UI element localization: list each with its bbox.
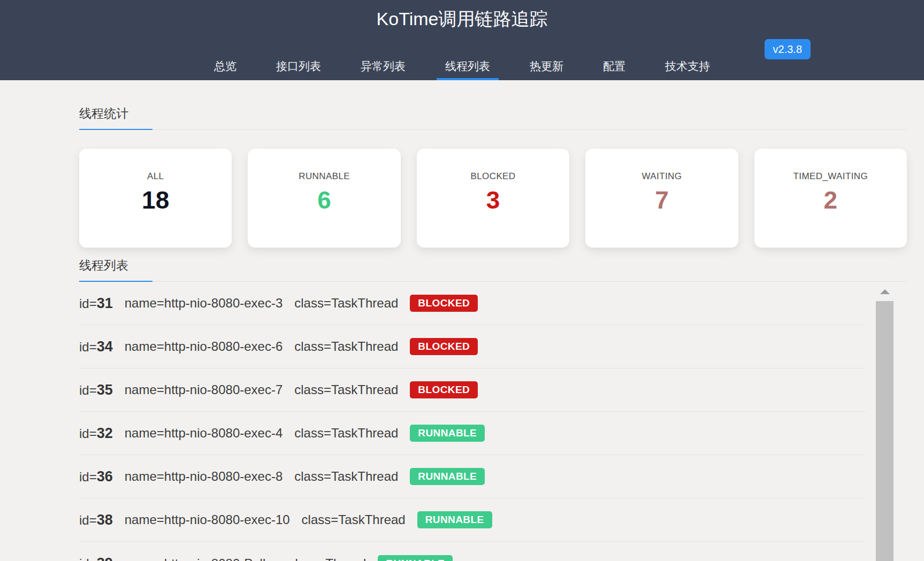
thread-state-badge: RUNNABLE	[378, 555, 453, 561]
stat-card-value: 3	[486, 186, 500, 214]
thread-name: name=http-nio-8080-exec-10	[125, 512, 290, 527]
stat-card-label: WAITING	[642, 171, 682, 182]
stat-card-all: ALL18	[79, 149, 232, 248]
thread-row: id=35name=http-nio-8080-exec-7class=Task…	[79, 368, 866, 412]
thread-id: id=39	[79, 555, 113, 561]
thread-class: class=TaskThread	[294, 296, 398, 311]
thread-row: id=38name=http-nio-8080-exec-10class=Tas…	[79, 498, 866, 542]
thread-state-badge: RUNNABLE	[417, 511, 492, 528]
app-header: KoTime调用链路追踪 总览接口列表异常列表线程列表热更新配置技术支持 v2.…	[0, 0, 924, 80]
thread-name: name=http-nio-8080-exec-3	[125, 296, 283, 311]
thread-id: id=31	[79, 295, 113, 312]
thread-name: name=http-nio-8080-exec-7	[125, 382, 283, 397]
thread-class: class=TaskThread	[294, 382, 398, 397]
thread-list: id=31name=http-nio-8080-exec-3class=Task…	[79, 282, 907, 561]
nav-item-hot-update[interactable]: 热更新	[521, 55, 572, 80]
stat-cards: ALL18RUNNABLE6BLOCKED3WAITING7TIMED_WAIT…	[79, 149, 907, 248]
nav-item-thread-list[interactable]: 线程列表	[437, 55, 499, 80]
thread-name: name=http-nio-8080-exec-8	[125, 469, 283, 484]
thread-id: id=38	[79, 512, 113, 528]
thread-state-badge: RUNNABLE	[410, 425, 485, 442]
thread-name: name=http-nio-8080-Poller	[125, 556, 277, 561]
nav-item-overview[interactable]: 总览	[205, 55, 245, 80]
stat-card-label: ALL	[147, 171, 164, 182]
thread-row: id=34name=http-nio-8080-exec-6class=Task…	[79, 325, 866, 368]
chevron-up-icon	[880, 289, 890, 294]
stats-section-title: 线程统计	[79, 105, 152, 130]
stats-section-header: 线程统计	[79, 105, 907, 130]
thread-class: class=TaskThread	[302, 512, 406, 527]
stat-card-label: BLOCKED	[470, 171, 515, 182]
nav-item-api-list[interactable]: 接口列表	[268, 55, 330, 80]
page-title: KoTime调用链路追踪	[0, 0, 924, 31]
thread-name: name=http-nio-8080-exec-4	[125, 426, 283, 441]
stat-card-label: TIMED_WAITING	[793, 171, 868, 182]
threads-section-title: 线程列表	[79, 257, 152, 282]
thread-id: id=34	[79, 339, 113, 355]
thread-row: id=36name=http-nio-8080-exec-8class=Task…	[79, 455, 866, 498]
stat-card-blocked: BLOCKED3	[417, 149, 569, 248]
thread-row: id=39name=http-nio-8080-Pollerclass=Thre…	[79, 542, 866, 561]
thread-id: id=35	[79, 382, 113, 398]
thread-class: class=TaskThread	[294, 339, 398, 354]
nav-item-config[interactable]: 配置	[594, 55, 634, 80]
thread-row: id=32name=http-nio-8080-exec-4class=Task…	[79, 412, 866, 455]
scrollbar-up-button[interactable]	[876, 282, 894, 301]
thread-state-badge: BLOCKED	[410, 338, 478, 355]
stat-card-timed-waiting: TIMED_WAITING2	[754, 149, 907, 248]
thread-state-badge: RUNNABLE	[410, 468, 485, 485]
thread-row: id=31name=http-nio-8080-exec-3class=Task…	[79, 282, 866, 325]
main-content: 线程统计 ALL18RUNNABLE6BLOCKED3WAITING7TIMED…	[0, 105, 924, 561]
thread-state-badge: BLOCKED	[410, 381, 478, 398]
thread-id: id=36	[79, 468, 113, 485]
thread-rows: id=31name=http-nio-8080-exec-3class=Task…	[79, 282, 907, 561]
version-badge: v2.3.8	[765, 39, 811, 59]
thread-class: class=TaskThread	[294, 426, 398, 441]
stat-card-value: 18	[142, 186, 169, 214]
thread-name: name=http-nio-8080-exec-6	[125, 339, 283, 354]
thread-class: class=Thread	[289, 556, 366, 561]
stat-card-label: RUNNABLE	[299, 171, 350, 182]
stat-card-runnable: RUNNABLE6	[248, 149, 400, 248]
scrollbar-thumb[interactable]	[876, 301, 894, 561]
stat-card-waiting: WAITING7	[585, 149, 738, 248]
nav-item-exception-list[interactable]: 异常列表	[352, 55, 414, 80]
thread-id: id=32	[79, 425, 113, 442]
nav-item-support[interactable]: 技术支持	[656, 55, 719, 80]
stat-card-value: 6	[317, 186, 331, 214]
thread-state-badge: BLOCKED	[410, 295, 478, 312]
stat-card-value: 2	[824, 186, 838, 214]
thread-class: class=TaskThread	[294, 469, 398, 484]
scrollbar[interactable]	[876, 282, 894, 561]
threads-section-header: 线程列表	[79, 257, 907, 282]
stat-card-value: 7	[655, 186, 669, 214]
